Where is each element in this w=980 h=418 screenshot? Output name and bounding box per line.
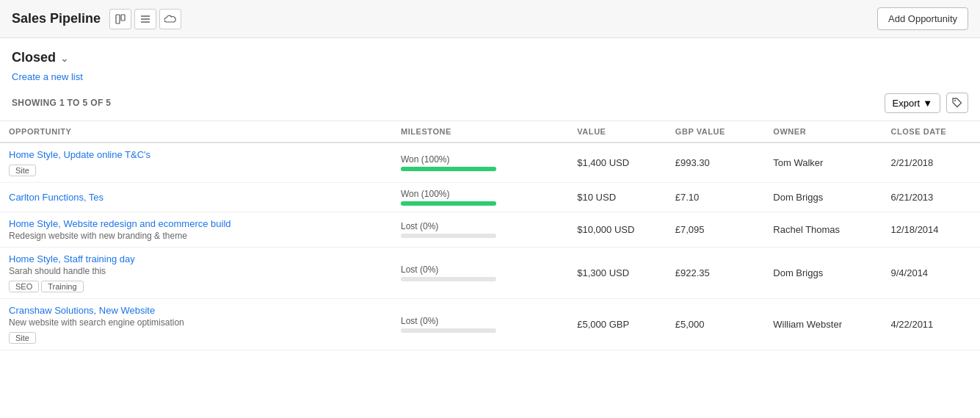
- table-row: Home Style, Staff training daySarah shou…: [0, 248, 980, 299]
- svg-point-5: [954, 100, 956, 101]
- milestone-label: Won (100%): [401, 154, 559, 165]
- value-cell: $1,300 USD: [568, 248, 667, 299]
- milestone-label: Lost (0%): [401, 221, 559, 231]
- page-title: Sales Pipeline: [12, 11, 101, 26]
- table-row: Carlton Functions, TesWon (100%)$10 USD£…: [0, 183, 980, 212]
- close-date-cell: 12/18/2014: [882, 212, 980, 248]
- opportunity-description: New website with search engine optimisat…: [9, 317, 383, 328]
- owner-cell: Dom Briggs: [764, 183, 882, 212]
- table-row: Home Style, Update online T&C'sSiteWon (…: [0, 143, 980, 183]
- table-actions: Export ▼: [885, 93, 968, 113]
- list-view-button[interactable]: [134, 9, 156, 29]
- owner-cell: Rachel Thomas: [764, 212, 882, 248]
- owner-cell: Tom Walker: [764, 143, 882, 183]
- tag-badge: Training: [41, 281, 83, 292]
- tag-badge: SEO: [9, 281, 39, 292]
- col-header-opportunity: OPPORTUNITY: [0, 121, 392, 143]
- progress-bar-background: [401, 167, 496, 171]
- opportunity-link[interactable]: Cranshaw Solutions, New Website: [9, 305, 155, 316]
- opportunity-description: Redesign website with new branding & the…: [9, 231, 383, 241]
- opportunity-link[interactable]: Home Style, Update online T&C's: [9, 149, 150, 160]
- close-date-cell: 2/21/2018: [882, 143, 980, 183]
- progress-bar-fill: [401, 167, 496, 171]
- col-header-milestone: MILESTONE: [392, 121, 568, 143]
- close-date-cell: 6/21/2013: [882, 183, 980, 212]
- add-opportunity-button[interactable]: Add Opportunity: [877, 7, 968, 30]
- owner-cell: William Webster: [764, 299, 882, 350]
- value-cell: £5,000 GBP: [568, 299, 667, 350]
- progress-bar-background: [401, 328, 496, 333]
- tag-badge: Site: [9, 332, 36, 344]
- table-row: Home Style, Website redesign and ecommer…: [0, 212, 980, 248]
- gbp-value-cell: £7,095: [667, 212, 765, 248]
- milestone-label: Lost (0%): [401, 264, 559, 275]
- milestone-label: Won (100%): [401, 189, 559, 199]
- svg-rect-0: [116, 15, 120, 24]
- progress-bar-fill: [401, 201, 496, 206]
- gbp-value-cell: £5,000: [667, 299, 765, 350]
- svg-rect-1: [121, 15, 125, 21]
- close-date-cell: 4/22/2011: [882, 299, 980, 350]
- value-cell: $10,000 USD: [568, 212, 667, 248]
- progress-bar-background: [401, 277, 496, 281]
- cloud-view-button[interactable]: [159, 9, 181, 29]
- col-header-gbp-value: GBP VALUE: [667, 121, 765, 143]
- section-header: Closed ⌄ Create a new list: [0, 38, 980, 85]
- chevron-down-icon: ▼: [923, 98, 932, 109]
- col-header-value: VALUE: [568, 121, 667, 143]
- table-row: Cranshaw Solutions, New WebsiteNew websi…: [0, 299, 980, 350]
- opportunity-description: Sarah should handle this: [9, 266, 383, 276]
- showing-count: SHOWING 1 TO 5 OF 5: [12, 98, 111, 108]
- export-button[interactable]: Export ▼: [885, 93, 940, 113]
- header: Sales Pipeline Add Opportunity: [0, 0, 980, 38]
- opportunities-table: OPPORTUNITY MILESTONE VALUE GBP VALUE OW…: [0, 121, 980, 350]
- col-header-owner: OWNER: [764, 121, 882, 143]
- progress-bar-background: [401, 201, 496, 206]
- value-cell: $10 USD: [568, 183, 667, 212]
- tag-badge: Site: [9, 165, 36, 176]
- gbp-value-cell: £7.10: [667, 183, 765, 212]
- kanban-view-button[interactable]: [109, 9, 131, 29]
- progress-bar-background: [401, 234, 496, 238]
- value-cell: $1,400 USD: [568, 143, 667, 183]
- gbp-value-cell: £922.35: [667, 248, 765, 299]
- owner-cell: Dom Briggs: [764, 248, 882, 299]
- milestone-label: Lost (0%): [401, 316, 559, 326]
- section-title: Closed: [12, 50, 56, 65]
- opportunity-link[interactable]: Carlton Functions, Tes: [9, 192, 104, 203]
- tag-filter-button[interactable]: [946, 93, 968, 113]
- chevron-down-icon[interactable]: ⌄: [60, 52, 69, 64]
- opportunity-link[interactable]: Home Style, Website redesign and ecommer…: [9, 218, 231, 229]
- close-date-cell: 9/4/2014: [882, 248, 980, 299]
- create-list-link[interactable]: Create a new list: [12, 71, 83, 82]
- view-icon-group: [109, 9, 181, 29]
- table-controls: SHOWING 1 TO 5 OF 5 Export ▼: [0, 85, 980, 121]
- col-header-close-date: CLOSE DATE: [882, 121, 980, 143]
- gbp-value-cell: £993.30: [667, 143, 765, 183]
- opportunity-link[interactable]: Home Style, Staff training day: [9, 253, 135, 264]
